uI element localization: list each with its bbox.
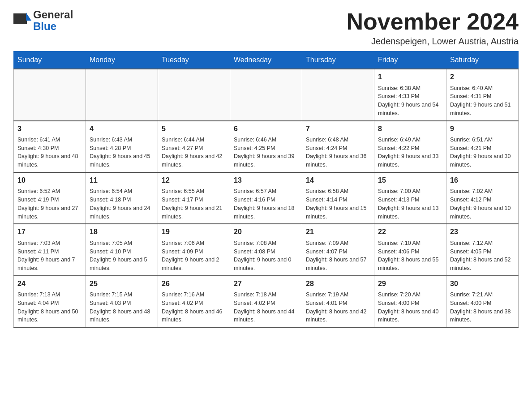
day-number: 7 — [306, 124, 370, 134]
day-info: Sunrise: 6:57 AM Sunset: 4:16 PM Dayligh… — [234, 187, 298, 221]
calendar-cell: 21Sunrise: 7:09 AM Sunset: 4:07 PM Dayli… — [302, 224, 374, 275]
month-title: November 2024 — [347, 9, 519, 34]
calendar-cell: 30Sunrise: 7:21 AM Sunset: 4:00 PM Dayli… — [446, 276, 519, 327]
day-info: Sunrise: 7:10 AM Sunset: 4:06 PM Dayligh… — [378, 239, 442, 273]
calendar-cell: 24Sunrise: 7:13 AM Sunset: 4:04 PM Dayli… — [14, 276, 86, 327]
day-info: Sunrise: 6:51 AM Sunset: 4:21 PM Dayligh… — [450, 136, 515, 169]
day-number: 19 — [162, 227, 226, 237]
calendar-cell: 16Sunrise: 7:02 AM Sunset: 4:12 PM Dayli… — [446, 172, 519, 224]
calendar-cell — [302, 69, 374, 120]
day-number: 14 — [306, 176, 370, 185]
calendar-cell — [86, 69, 158, 120]
day-number: 6 — [234, 124, 298, 134]
day-info: Sunrise: 6:52 AM Sunset: 4:19 PM Dayligh… — [17, 187, 82, 221]
calendar-cell: 19Sunrise: 7:06 AM Sunset: 4:09 PM Dayli… — [158, 224, 230, 275]
day-number: 22 — [378, 227, 442, 237]
weekday-header-thursday: Thursday — [302, 51, 374, 69]
calendar-cell: 25Sunrise: 7:15 AM Sunset: 4:03 PM Dayli… — [86, 276, 158, 327]
day-info: Sunrise: 6:43 AM Sunset: 4:28 PM Dayligh… — [90, 136, 154, 169]
weekday-header-wednesday: Wednesday — [230, 51, 302, 69]
day-number: 26 — [162, 279, 226, 289]
day-number: 11 — [90, 176, 154, 185]
day-info: Sunrise: 7:15 AM Sunset: 4:03 PM Dayligh… — [90, 291, 154, 324]
logo-general-text: General — [33, 9, 73, 21]
week-row-4: 17Sunrise: 7:03 AM Sunset: 4:11 PM Dayli… — [14, 224, 519, 275]
day-info: Sunrise: 7:19 AM Sunset: 4:01 PM Dayligh… — [306, 291, 370, 324]
calendar-cell: 7Sunrise: 6:48 AM Sunset: 4:24 PM Daylig… — [302, 121, 374, 172]
week-row-2: 3Sunrise: 6:41 AM Sunset: 4:30 PM Daylig… — [14, 121, 519, 172]
calendar-cell: 23Sunrise: 7:12 AM Sunset: 4:05 PM Dayli… — [446, 224, 519, 275]
day-info: Sunrise: 7:16 AM Sunset: 4:02 PM Dayligh… — [162, 291, 226, 324]
week-row-3: 10Sunrise: 6:52 AM Sunset: 4:19 PM Dayli… — [14, 172, 519, 224]
day-info: Sunrise: 7:13 AM Sunset: 4:04 PM Dayligh… — [17, 291, 82, 324]
svg-marker-1 — [26, 13, 31, 21]
day-number: 27 — [234, 279, 298, 289]
day-info: Sunrise: 6:40 AM Sunset: 4:31 PM Dayligh… — [450, 84, 515, 118]
day-info: Sunrise: 6:49 AM Sunset: 4:22 PM Dayligh… — [378, 136, 442, 169]
day-number: 13 — [234, 176, 298, 185]
calendar-cell: 15Sunrise: 7:00 AM Sunset: 4:13 PM Dayli… — [374, 172, 446, 224]
calendar-cell: 13Sunrise: 6:57 AM Sunset: 4:16 PM Dayli… — [230, 172, 302, 224]
day-number: 21 — [306, 227, 370, 237]
day-number: 12 — [162, 176, 226, 185]
calendar-cell: 11Sunrise: 6:54 AM Sunset: 4:18 PM Dayli… — [86, 172, 158, 224]
day-info: Sunrise: 6:41 AM Sunset: 4:30 PM Dayligh… — [17, 136, 82, 169]
day-number: 29 — [378, 279, 442, 289]
day-number: 4 — [90, 124, 154, 134]
day-info: Sunrise: 7:03 AM Sunset: 4:11 PM Dayligh… — [17, 239, 82, 273]
logo-blue-text: Blue — [33, 21, 73, 32]
day-info: Sunrise: 7:09 AM Sunset: 4:07 PM Dayligh… — [306, 239, 370, 273]
calendar-cell: 26Sunrise: 7:16 AM Sunset: 4:02 PM Dayli… — [158, 276, 230, 327]
day-number: 17 — [17, 227, 82, 237]
calendar-cell: 29Sunrise: 7:20 AM Sunset: 4:00 PM Dayli… — [374, 276, 446, 327]
day-info: Sunrise: 6:48 AM Sunset: 4:24 PM Dayligh… — [306, 136, 370, 169]
day-info: Sunrise: 7:02 AM Sunset: 4:12 PM Dayligh… — [450, 187, 515, 221]
day-number: 8 — [378, 124, 442, 134]
day-number: 18 — [90, 227, 154, 237]
day-number: 24 — [17, 279, 82, 289]
day-number: 10 — [17, 176, 82, 185]
calendar-cell: 6Sunrise: 6:46 AM Sunset: 4:25 PM Daylig… — [230, 121, 302, 172]
calendar-cell: 4Sunrise: 6:43 AM Sunset: 4:28 PM Daylig… — [86, 121, 158, 172]
calendar-cell — [14, 69, 86, 120]
calendar-cell: 5Sunrise: 6:44 AM Sunset: 4:27 PM Daylig… — [158, 121, 230, 172]
weekday-header-monday: Monday — [86, 51, 158, 69]
day-info: Sunrise: 6:44 AM Sunset: 4:27 PM Dayligh… — [162, 136, 226, 169]
calendar-cell: 17Sunrise: 7:03 AM Sunset: 4:11 PM Dayli… — [14, 224, 86, 275]
calendar-cell: 3Sunrise: 6:41 AM Sunset: 4:30 PM Daylig… — [14, 121, 86, 172]
logo: General Blue — [13, 9, 73, 33]
weekday-header-sunday: Sunday — [14, 51, 86, 69]
day-number: 5 — [162, 124, 226, 134]
day-info: Sunrise: 7:18 AM Sunset: 4:02 PM Dayligh… — [234, 291, 298, 324]
calendar-cell: 2Sunrise: 6:40 AM Sunset: 4:31 PM Daylig… — [446, 69, 519, 120]
calendar-table: SundayMondayTuesdayWednesdayThursdayFrid… — [13, 51, 519, 328]
header: General Blue November 2024 Jedenspeigen,… — [13, 9, 519, 47]
calendar-cell: 12Sunrise: 6:55 AM Sunset: 4:17 PM Dayli… — [158, 172, 230, 224]
day-info: Sunrise: 7:12 AM Sunset: 4:05 PM Dayligh… — [450, 239, 515, 273]
calendar-cell — [230, 69, 302, 120]
day-number: 3 — [17, 124, 82, 134]
calendar-cell: 18Sunrise: 7:05 AM Sunset: 4:10 PM Dayli… — [86, 224, 158, 275]
weekday-header-friday: Friday — [374, 51, 446, 69]
day-info: Sunrise: 6:58 AM Sunset: 4:14 PM Dayligh… — [306, 187, 370, 221]
day-info: Sunrise: 6:54 AM Sunset: 4:18 PM Dayligh… — [90, 187, 154, 221]
day-info: Sunrise: 7:21 AM Sunset: 4:00 PM Dayligh… — [450, 291, 515, 324]
day-number: 20 — [234, 227, 298, 237]
svg-rect-0 — [13, 13, 27, 24]
day-number: 1 — [378, 72, 442, 82]
day-number: 28 — [306, 279, 370, 289]
calendar-cell: 8Sunrise: 6:49 AM Sunset: 4:22 PM Daylig… — [374, 121, 446, 172]
calendar-cell — [158, 69, 230, 120]
calendar-cell: 20Sunrise: 7:08 AM Sunset: 4:08 PM Dayli… — [230, 224, 302, 275]
day-info: Sunrise: 6:38 AM Sunset: 4:33 PM Dayligh… — [378, 84, 442, 118]
week-row-5: 24Sunrise: 7:13 AM Sunset: 4:04 PM Dayli… — [14, 276, 519, 327]
day-info: Sunrise: 6:46 AM Sunset: 4:25 PM Dayligh… — [234, 136, 298, 169]
calendar-cell: 28Sunrise: 7:19 AM Sunset: 4:01 PM Dayli… — [302, 276, 374, 327]
weekday-header-tuesday: Tuesday — [158, 51, 230, 69]
calendar-cell: 27Sunrise: 7:18 AM Sunset: 4:02 PM Dayli… — [230, 276, 302, 327]
day-info: Sunrise: 7:20 AM Sunset: 4:00 PM Dayligh… — [378, 291, 442, 324]
week-row-1: 1Sunrise: 6:38 AM Sunset: 4:33 PM Daylig… — [14, 69, 519, 120]
calendar-cell: 14Sunrise: 6:58 AM Sunset: 4:14 PM Dayli… — [302, 172, 374, 224]
day-number: 9 — [450, 124, 515, 134]
day-info: Sunrise: 7:00 AM Sunset: 4:13 PM Dayligh… — [378, 187, 442, 221]
